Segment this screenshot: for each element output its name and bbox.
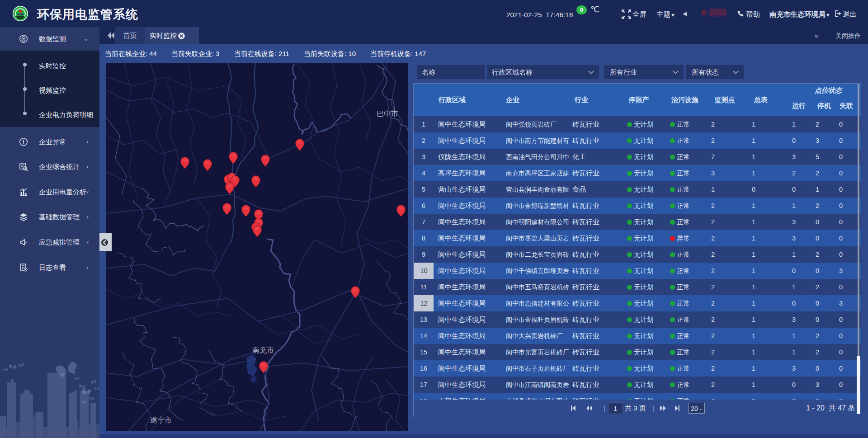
svg-text:遂宁市: 遂宁市: [150, 416, 172, 424]
svg-text:巴中市: 巴中市: [377, 110, 398, 118]
svg-text:南充市: 南充市: [252, 346, 274, 354]
